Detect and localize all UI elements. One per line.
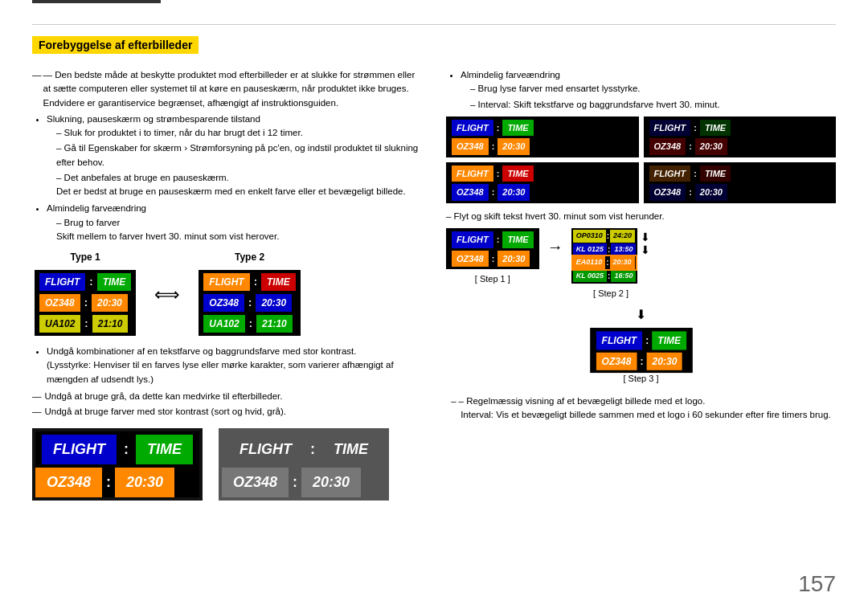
bottom-black-data: OZ348 : 20:30 [35,468,199,497]
dash-line-2: — Undgå at bruge farver med stor kontras… [32,405,422,419]
rw2-oz: OZ348 [649,138,686,155]
right-dash-section: – – Regelmæssig visning af et bevægeligt… [451,394,831,423]
s1-oz: OZ348 [452,251,489,268]
steps-row: FLIGHT : TIME OZ348 : 20:30 [ Step 1 ] [446,228,836,300]
dash-line-1: — Undgå at bruge grå, da dette kan medvi… [32,390,422,403]
right-bullet-1: Almindelig farveændring Brug lyse farver… [461,68,836,112]
sr1-flt: OP0310 [573,230,606,243]
rw2-time: 20:30 [695,138,727,155]
arrow-between-types: ⟺ [154,281,180,308]
type2-widget: FLIGHT : TIME OZ348 : 20:30 UA102 [199,270,300,336]
bullet-list: Slukning, pauseskærm og strømbesparende … [32,112,422,243]
step3-widget: FLIGHT : TIME OZ348 : 20:30 [590,328,692,373]
section-header: Forebyggelse af efterbilleder [32,36,836,60]
rw4-oz: OZ348 [649,184,686,201]
page-number: 157 [798,571,836,597]
s3-oz: OZ348 [596,352,637,370]
right-w2: FLIGHT : TIME OZ348 : 20:30 [644,116,837,157]
t1-flight-label: FLIGHT [39,273,85,291]
rw4-time: 20:30 [695,184,727,201]
bottom-gray-header: FLIGHT : TIME [222,431,386,468]
right-w3: FLIGHT : TIME OZ348 : 20:30 [446,162,639,203]
arrow-step1-step2: → [547,235,563,259]
blk-oz: OZ348 [35,468,102,497]
rw1-oz: OZ348 [452,138,489,155]
step1-label: [ Step 1 ] [475,272,510,286]
bottom-gray-data: OZ348 : 20:30 [222,468,386,497]
right-w1: FLIGHT : TIME OZ348 : 20:30 [446,116,639,157]
t1-oz-label: OZ348 [39,294,80,312]
bottom-widget-gray: FLIGHT : TIME OZ348 : 20:30 [219,428,389,501]
rw3-time: 20:30 [497,184,530,201]
step-desc: – Flyt og skift tekst hvert 30. minut so… [446,210,836,223]
rw3-tim: TIME [502,166,533,182]
sub-item-1c: Det anbefales at bruge en pauseskærm. De… [56,171,422,199]
right-dash-1: – – Regelmæssig visning af et bevægeligt… [451,394,831,408]
t2-oz-label: OZ348 [203,294,244,312]
type1-block: Type 1 FLIGHT : TIME OZ348 : 20:3 [32,250,138,338]
rw3-flt: FLIGHT [452,166,493,182]
blk-flight: FLIGHT [42,435,117,464]
t1-time2: 21:10 [92,315,129,333]
gray-oz: OZ348 [222,468,289,497]
rw1-flt: FLIGHT [452,120,493,137]
t1-time1: 20:30 [92,294,128,312]
t2-flight-label: FLIGHT [203,273,249,291]
rw4-tim: TIME [700,166,731,182]
s1-time: 20:30 [497,251,530,268]
s1-flt: FLIGHT [452,231,493,248]
rw1-tim: TIME [502,120,533,137]
rw2-tim: TIME [700,120,731,137]
s1-tim: TIME [502,231,533,248]
down-arrows: ⬇ ⬇ [641,231,650,255]
rw2-flt: FLIGHT [649,120,691,137]
gray-flight: FLIGHT [228,435,303,464]
step2-stacked: OP0310 : 24:20 KL 0125 : 13:50 [571,228,638,284]
top-divider [32,24,836,25]
right-dash-2: Interval: Vis et bevægeligt billede samm… [451,408,831,422]
blk-time-hdr: TIME [136,435,193,464]
sr2-flt: KL 0125 [573,243,607,256]
t1-ua-label: UA102 [39,315,80,333]
right-sub-2: Interval: Skift tekstfarve og baggrundsf… [470,98,836,112]
bullet-item-3: Undgå kombinationer af en tekstfarve og … [47,345,422,386]
sr4-tim: 16:50 [611,270,636,283]
right-column: Almindelig farveændring Brug lyse farver… [446,68,836,501]
s3-tim: TIME [652,331,686,349]
bottom-widget-black: FLIGHT : TIME OZ348 : 20:30 [32,428,203,501]
type-widgets-row: Type 1 FLIGHT : TIME OZ348 : 20:3 [32,250,422,338]
arrow-down-1: ⬇ [641,231,650,243]
t2-ua-label: UA102 [203,315,244,333]
sr2-tim: 13:50 [611,243,636,256]
left-column: — Den bedste måde at beskytte produktet … [32,68,422,501]
step2-block: OP0310 : 24:20 KL 0125 : 13:50 [571,228,651,300]
arrow-down-2: ⬇ [641,244,650,255]
sub-item-1b: Gå til Egenskaber for skærm › Strømforsy… [56,141,422,170]
s3-time: 20:30 [647,352,682,370]
type1-widget: FLIGHT : TIME OZ348 : 20:30 UA102 [35,270,136,336]
rw3-oz: OZ348 [452,184,489,201]
sr3-flt: EA0110 [573,256,606,269]
intro-text: — Den bedste måde at beskytte produktet … [32,68,422,110]
step1-block: FLIGHT : TIME OZ348 : 20:30 [ Step 1 ] [446,228,539,286]
right-sub-1: Brug lyse farver med ensartet lysstyrke. [470,82,836,96]
sr1-tim: 24:20 [610,230,635,243]
bottom-black-header: FLIGHT : TIME [35,431,199,468]
t2-time-label: TIME [261,273,296,291]
sub-item-2a: Brug to farver Skift mellem to farver hv… [56,216,422,244]
arrow-to-step3: ⬇ [636,305,646,325]
sub-item-1a: Sluk for produktet i to timer, når du ha… [56,126,422,140]
rw4-flt: FLIGHT [649,166,691,182]
rw1-time: 20:30 [497,138,530,155]
type2-block: Type 2 FLIGHT : TIME OZ348 : 20:3 [196,250,302,338]
blk-time-val: 20:30 [115,468,174,497]
bullet-item-2: Almindelig farveændring Brug to farver S… [47,202,422,243]
section-title: Forebyggelse af efterbilleder [32,36,199,54]
bottom-widgets-row: FLIGHT : TIME OZ348 : 20:30 FL [32,428,422,501]
t1-time-label: TIME [97,273,132,291]
step2-label: [ Step 2 ] [593,287,628,300]
t2-time1: 20:30 [256,294,292,312]
type1-label: Type 1 [71,250,100,264]
sr4-flt: KL 0025 [573,270,607,283]
gray-time-hdr: TIME [322,435,379,464]
